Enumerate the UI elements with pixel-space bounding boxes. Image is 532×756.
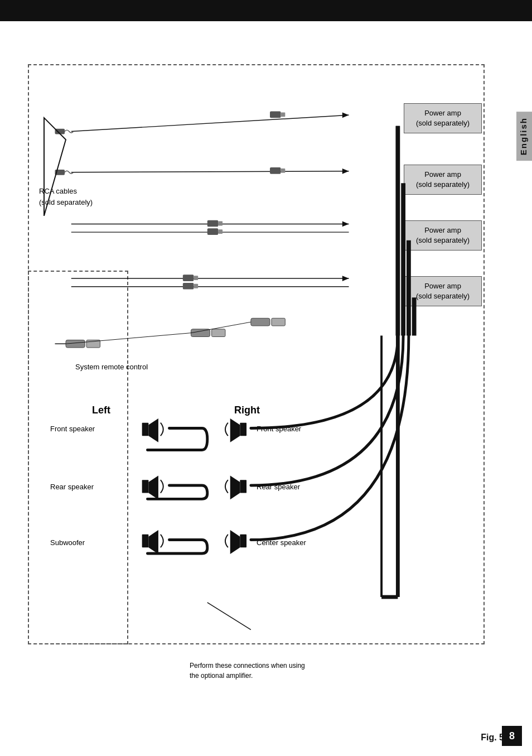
front-speaker-right-label: Front speaker [257, 425, 301, 433]
diagram: Power amp(sold separately) Power amp(sol… [17, 31, 501, 711]
page-number-badge: 8 [502, 726, 522, 746]
rear-speaker-left-label: Rear speaker [50, 483, 94, 491]
perform-note-label: Perform these connections when usingthe … [190, 661, 305, 681]
rear-speaker-right-label: Rear speaker [257, 483, 300, 491]
system-remote-label: System remote control [75, 363, 148, 371]
power-amp-box-4: Power amp(sold separately) [404, 276, 482, 306]
rca-cables-label: RCA cables(sold separately) [39, 186, 93, 208]
subwoofer-label: Subwoofer [50, 538, 85, 547]
english-tab: English [516, 112, 532, 161]
right-label: Right [234, 405, 260, 416]
power-amp-box-2: Power amp(sold separately) [404, 165, 482, 195]
center-speaker-label: Center speaker [257, 538, 306, 547]
left-label: Left [92, 405, 110, 416]
top-bar [0, 0, 532, 21]
fig-label: Fig. 5 [481, 733, 504, 743]
power-amp-box-3: Power amp(sold separately) [404, 220, 482, 251]
dashed-inner-border [28, 271, 128, 644]
front-speaker-left-label: Front speaker [50, 425, 95, 433]
power-amp-box-1: Power amp(sold separately) [404, 103, 482, 133]
